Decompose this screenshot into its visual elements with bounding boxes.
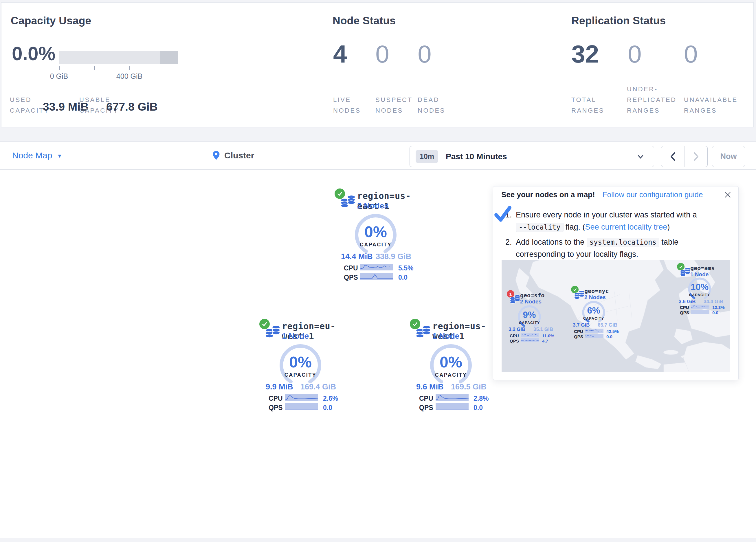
cpu-value: 2.6% (323, 395, 338, 403)
qps-label: QPS (680, 310, 689, 315)
capacity-usage-bar (59, 51, 178, 64)
qps-value: 0.0 (398, 274, 408, 282)
configuration-guide-link[interactable]: Follow our configuration guide (603, 190, 703, 199)
done-check-icon (494, 205, 512, 224)
locality-node-count: 2 Nodes (584, 294, 606, 301)
used-value: 3.7 GiB (573, 322, 590, 328)
region-card-eu-west-1[interactable]: region=eu-west-1 1 Node 0% CAPACITY 9.9 … (257, 317, 344, 418)
map-setup-callout: See your nodes on a map! Follow our conf… (493, 186, 739, 380)
used-value: 14.4 MiB (341, 252, 373, 261)
capacity-percent: 0% (354, 223, 397, 240)
region-node-count[interactable]: 1 Node (282, 332, 309, 341)
capacity-values: 3.2 GiB 35.1 GiB (509, 327, 553, 333)
qps-sparkline (521, 338, 539, 342)
node-status-title: Node Status (333, 15, 396, 27)
map-node-geo-sfo[interactable]: 1 geo=sfo 2 Nodes 9% CAPACITY 3.2 GiB 35… (507, 290, 557, 344)
qps-sparkline (436, 403, 469, 410)
qps-sparkline (691, 310, 709, 314)
axis-tick-0: 0 GiB (45, 72, 74, 80)
view-selector-label: Node Map (12, 150, 52, 160)
cpu-sparkline (360, 264, 393, 270)
node-map-canvas: region=us-east-1 2 Nodes 0% CAPACITY 14.… (0, 170, 756, 538)
total-value: 169.5 GiB (451, 383, 487, 392)
close-icon[interactable] (724, 191, 731, 200)
cpu-label: CPU (419, 395, 433, 403)
capacity-label: CAPACITY (425, 372, 477, 378)
locality-node-count: 2 Nodes (520, 299, 542, 305)
cpu-label: CPU (510, 333, 519, 338)
qps-value: 0.0 (712, 310, 718, 315)
qps-label: QPS (419, 404, 433, 412)
setup-steps: 1. Ensure every node in your cluster was… (505, 209, 729, 263)
total-value: 338.9 GiB (376, 252, 411, 261)
setup-step-2: 2. Add locations to the system.locations… (505, 236, 729, 260)
cpu-value: 5.5% (398, 264, 413, 272)
view-toolbar: Node Map ▼ Cluster 10m Past 10 Minutes N… (0, 141, 756, 170)
cpu-sparkline (691, 305, 709, 309)
locality-name: geo=ams (690, 264, 715, 272)
world-map-preview: 1 geo=sfo 2 Nodes 9% CAPACITY 3.2 GiB 35… (502, 260, 730, 372)
database-nodes-icon (416, 325, 431, 341)
map-node-geo-nyc[interactable]: geo=nyc 2 Nodes 6% CAPACITY 3.7 GiB 65.7… (571, 285, 621, 339)
qps-value: 4.7 (542, 339, 548, 344)
total-value: 35.1 GiB (533, 327, 553, 333)
time-range-select[interactable]: 10m Past 10 Minutes (410, 146, 654, 167)
total-ranges-label: TOTAL RANGES (571, 95, 604, 116)
cpu-label: CPU (269, 395, 283, 403)
capacity-bar-reserved-segment (160, 51, 178, 64)
region-node-count[interactable]: 2 Nodes (357, 201, 389, 210)
locality-flag-code: --locality (516, 223, 564, 232)
locality-name: geo=sfo (520, 292, 544, 299)
under-replicated-label: UNDER- REPLICATED RANGES (627, 84, 677, 116)
cpu-sparkline (585, 329, 603, 333)
breadcrumb[interactable]: Cluster (213, 141, 254, 169)
used-value: 9.6 MiB (416, 383, 444, 392)
total-ranges-count: 32 (571, 40, 599, 68)
time-range-badge: 10m (416, 150, 438, 163)
time-forward-button[interactable] (685, 146, 707, 167)
total-value: 34.4 GiB (704, 299, 723, 305)
dead-nodes-label: DEAD NODES (418, 95, 445, 116)
cpu-sparkline (436, 394, 469, 401)
capacity-usage-title: Capacity Usage (11, 15, 91, 27)
cpu-sparkline (285, 394, 318, 401)
database-nodes-icon (340, 194, 356, 211)
region-card-us-east-1[interactable]: region=us-east-1 2 Nodes 0% CAPACITY 14.… (332, 187, 419, 288)
under-replicated-count: 0 (628, 40, 642, 68)
qps-value: 0.0 (474, 404, 483, 412)
capacity-values: 9.6 MiB 169.5 GiB (416, 383, 487, 392)
region-card-us-west-1[interactable]: region=us-west-1 1 Node 0% CAPACITY 9.6 … (408, 317, 494, 418)
capacity-percent: 10% (681, 282, 718, 293)
region-node-count[interactable]: 1 Node (432, 332, 459, 341)
capacity-percent: 0% (279, 353, 322, 371)
used-value: 3.2 GiB (509, 327, 526, 333)
qps-sparkline (585, 334, 603, 338)
capacity-values: 3.7 GiB 65.7 GiB (573, 322, 617, 328)
time-range-label: Past 10 Minutes (446, 152, 507, 161)
capacity-values: 14.4 MiB 338.9 GiB (341, 252, 411, 261)
locality-tree-link[interactable]: See current locality tree (585, 223, 667, 231)
capacity-label: CAPACITY (511, 321, 548, 325)
dead-nodes-count: 0 (418, 40, 432, 68)
qps-sparkline (360, 273, 393, 280)
time-back-button[interactable] (661, 146, 685, 167)
locality-name: geo=nyc (584, 288, 609, 295)
toolbar-divider (396, 144, 396, 167)
cpu-label: CPU (344, 264, 358, 272)
chevron-down-icon (637, 154, 644, 161)
map-pin-icon (213, 151, 220, 160)
callout-header: See your nodes on a map! Follow our conf… (493, 186, 738, 203)
suspect-nodes-label: SUSPECT NODES (375, 95, 412, 116)
live-nodes-label: LIVE NODES (333, 95, 361, 116)
axis-tick-400: 400 GiB (109, 72, 150, 80)
cluster-summary-panel: Capacity Usage 0.0% 0 GiB 400 GiB USED C… (1, 2, 754, 127)
qps-label: QPS (574, 334, 583, 339)
map-node-geo-ams[interactable]: geo=ams 1 Node 10% CAPACITY 3.6 GiB 34.4… (677, 262, 727, 316)
view-selector-dropdown[interactable]: Node Map ▼ (12, 141, 62, 169)
capacity-label: CAPACITY (681, 293, 718, 297)
capacity-label: CAPACITY (350, 242, 402, 248)
capacity-percent: 6% (575, 306, 612, 316)
callout-title: See your nodes on a map! (501, 190, 595, 199)
cpu-value: 11.0% (542, 333, 554, 338)
now-button[interactable]: Now (712, 146, 745, 167)
